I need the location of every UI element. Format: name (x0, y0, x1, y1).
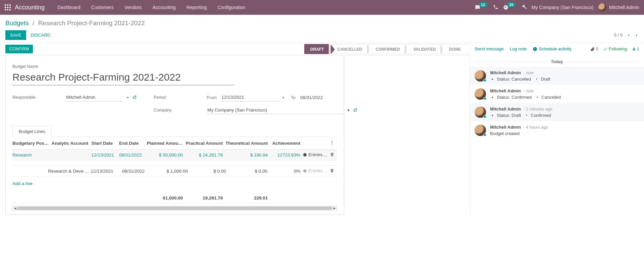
cell-analytic[interactable]: Research & Deve… (48, 166, 91, 177)
tab-budget-lines[interactable]: Budget Lines (12, 126, 52, 137)
message-avatar (475, 88, 486, 100)
cell-start[interactable]: 12/13/2021 (91, 150, 119, 161)
external-link-icon[interactable] (353, 108, 358, 113)
entries-button[interactable]: Entries… (303, 168, 327, 173)
company-label: Company (154, 108, 204, 113)
budget-name-input[interactable] (12, 71, 234, 85)
breadcrumb-root[interactable]: Budgets (5, 19, 29, 27)
horizontal-scrollbar[interactable]: ◀ ▶ (12, 206, 337, 211)
entries-button[interactable]: Entries… (303, 152, 327, 157)
th-achievement[interactable]: Achievement (271, 137, 303, 150)
messaging-icon[interactable]: 12 (475, 5, 488, 10)
responsible-input[interactable] (65, 93, 123, 101)
svg-rect-7 (7, 9, 8, 10)
discard-button[interactable]: DISCARD (26, 30, 55, 40)
period-to-label: To (291, 95, 296, 100)
company-switcher[interactable]: My Company (San Francisco) (532, 5, 594, 10)
menu-dashboard[interactable]: Dashboard (52, 0, 86, 15)
phone-icon[interactable] (493, 4, 498, 11)
send-message-button[interactable]: Send message (475, 46, 504, 51)
caret-down-icon[interactable]: ▼ (347, 108, 350, 112)
period-to-input[interactable] (300, 94, 358, 101)
total-practical: 19,281.78 (185, 193, 225, 203)
breadcrumb-sep: / (31, 19, 36, 27)
menu-accounting[interactable]: Accounting (147, 0, 181, 15)
cell-end[interactable]: 08/31/2022 (122, 166, 153, 177)
scroll-right-icon[interactable]: ▶ (332, 206, 337, 210)
company-input[interactable] (207, 106, 344, 114)
th-analytic-account[interactable]: Analytic Account (52, 137, 92, 150)
th-practical-amount[interactable]: Practical Amount (185, 137, 225, 150)
table-row[interactable]: Research & Deve… 12/13/2021 08/31/2022 $… (12, 166, 337, 193)
cell-planned[interactable]: $ 50,000.00 (147, 150, 186, 161)
followers-button[interactable]: 1 (632, 46, 639, 51)
stage-draft[interactable]: DRAFT (304, 44, 331, 54)
message-author[interactable]: Mitchell Admin (490, 88, 521, 93)
cell-position[interactable]: Research (12, 152, 32, 158)
cell-achievement[interactable]: 12723.63% (271, 150, 303, 161)
scroll-left-icon[interactable]: ◀ (13, 206, 17, 210)
th-budgetary-position[interactable]: Budgetary Pos… (12, 137, 52, 150)
message-author[interactable]: Mitchell Admin (490, 106, 521, 112)
cell-practical[interactable]: $ 0.00 (191, 166, 229, 177)
user-menu[interactable]: Mitchell Admin (598, 3, 639, 11)
confirm-button[interactable]: CONFIRM (5, 45, 33, 53)
message-avatar (475, 70, 486, 82)
message: Mitchell Admin - 2 minutes agoStatus: Dr… (470, 103, 644, 121)
cell-planned[interactable]: $ 1,000.00 (153, 166, 191, 177)
th-end-date[interactable]: End Date (119, 137, 147, 150)
svg-rect-6 (5, 9, 6, 10)
svg-point-11 (332, 144, 332, 144)
budget-name-label: Budget Name (12, 64, 337, 69)
apps-icon[interactable] (5, 4, 11, 10)
table-row[interactable]: Research & Deve… 12/13/2021 08/31/2022 $… (12, 166, 337, 177)
kebab-icon[interactable] (330, 140, 334, 145)
save-button[interactable]: SAVE (5, 30, 26, 40)
stage-cancelled[interactable]: CANCELLED (329, 44, 369, 54)
message-author[interactable]: Mitchell Admin (490, 125, 521, 130)
cell-theoretical[interactable]: $ 0.00 (229, 166, 270, 177)
table-row[interactable]: Research 12/13/2021 08/31/2022 $ 50,000.… (12, 150, 337, 161)
cell-end[interactable]: 08/31/2022 (119, 150, 147, 161)
external-link-icon[interactable] (132, 95, 137, 100)
totals-row: 61,000.00 19,281.78 229.01 (12, 193, 337, 203)
chevron-down-icon[interactable]: ▼ (281, 96, 285, 99)
chevron-down-icon[interactable]: ▼ (126, 96, 129, 99)
paperclip-icon (590, 47, 595, 51)
person-icon (632, 47, 636, 51)
pager-next-icon[interactable] (635, 33, 639, 37)
cell-achievement[interactable]: 0% (270, 166, 303, 177)
th-theoretical-amount[interactable]: Theoretical Amount (225, 137, 270, 150)
message-author[interactable]: Mitchell Admin (490, 70, 521, 75)
table-row[interactable]: Research cost (12, 161, 337, 166)
cell-start[interactable]: 12/13/2021 (91, 166, 122, 177)
log-note-button[interactable]: Log note (510, 46, 527, 51)
responsible-label: Responsible (12, 95, 63, 100)
menu-vendors[interactable]: Vendors (119, 0, 147, 15)
user-avatar (598, 3, 606, 11)
total-theoretical: 229.01 (225, 193, 270, 203)
cell-position[interactable] (12, 166, 48, 177)
cell-theoretical[interactable]: $ 190.84 (225, 150, 270, 161)
following-button[interactable]: Following (603, 46, 627, 51)
menu-configuration[interactable]: Configuration (212, 0, 251, 15)
trash-icon[interactable] (330, 152, 334, 157)
menu-customers[interactable]: Customers (86, 0, 119, 15)
cell-practical[interactable]: $ 24,281.78 (185, 150, 225, 161)
cell-analytic[interactable] (52, 150, 92, 161)
trash-icon[interactable] (330, 168, 334, 173)
th-planned-amount[interactable]: Planned Amou… (147, 137, 186, 150)
schedule-activity-button[interactable]: Schedule activity (533, 46, 572, 51)
activities-icon[interactable]: 26 (503, 5, 517, 10)
menu-reporting[interactable]: Reporting (181, 0, 212, 15)
app-brand[interactable]: Accounting (15, 4, 45, 11)
attachments-button[interactable]: 0 (590, 46, 598, 51)
period-from-input[interactable] (221, 93, 279, 101)
debug-icon[interactable] (522, 4, 527, 11)
add-line-link[interactable]: Add a line (12, 179, 33, 191)
message-avatar (475, 106, 486, 118)
pager-prev-icon[interactable] (627, 33, 631, 37)
scrollbar-thumb[interactable] (17, 207, 332, 210)
th-start-date[interactable]: Start Date (91, 137, 119, 150)
highlight-box: Research & Deve… 12/13/2021 08/31/2022 $… (12, 166, 337, 193)
